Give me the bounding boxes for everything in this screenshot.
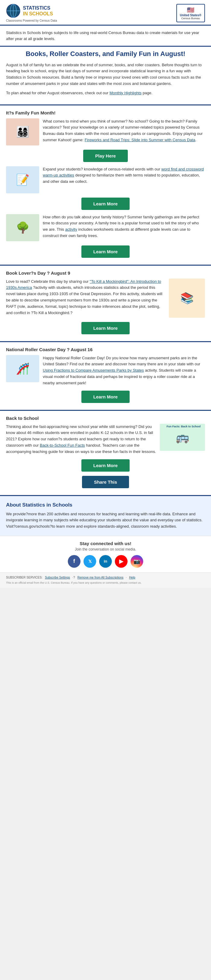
- family-fun-block3: How often do you talk about your family …: [6, 214, 205, 241]
- family-thumbnail: [6, 118, 39, 145]
- family-fun-heading: It?s Family Fun Month!: [6, 110, 205, 115]
- roller-coaster-heading: National Roller Coaster Day ? August 16: [6, 347, 205, 352]
- family-fun-block2: Expand your students? knowledge of censu…: [6, 166, 205, 193]
- book-lovers-heading: Book Lover?s Day ? August 9: [6, 270, 205, 275]
- social-heading: Stay connected with us!: [6, 541, 205, 546]
- intro-section: Statistics in Schools brings subjects to…: [0, 25, 211, 46]
- linkedin-icon[interactable]: in: [99, 555, 112, 568]
- census-logo: 🇺🇸 United States® Census Bureau: [176, 4, 205, 22]
- hero-p2-end: page.: [142, 91, 152, 95]
- family-fun-section: It?s Family Fun Month! What comes to min…: [0, 105, 211, 265]
- logo-title: STATISTICS IN SCHOOLS: [23, 5, 53, 17]
- learn-more-1-wrapper: Learn More: [6, 197, 205, 210]
- hero-p2-text: To plan ahead for other August observanc…: [6, 91, 109, 95]
- intro-text: Statistics in Schools brings subjects to…: [6, 30, 205, 41]
- footer: SUBSCRIBER SERVICES: Subscribe Settings …: [0, 573, 211, 588]
- subscribe-settings-link[interactable]: Subscribe Settings: [45, 576, 70, 579]
- learn-more-2-wrapper: Learn More: [6, 245, 205, 258]
- fractions-link[interactable]: Using Fractions to Compare Amusements Pa…: [43, 368, 144, 372]
- fireworks-link[interactable]: Fireworks and Road Trips: Slide into Sum…: [85, 138, 195, 142]
- learn-more-5-button[interactable]: Learn More: [82, 459, 130, 472]
- family-fun-block1: What comes to mind when you think of sum…: [6, 118, 205, 145]
- about-section: About Statistics in Schools We provide?m…: [0, 496, 211, 536]
- instagram-icon[interactable]: 📷: [131, 555, 143, 568]
- help-link[interactable]: Help: [129, 576, 135, 579]
- hero-p2: To plan ahead for other August observanc…: [6, 90, 205, 96]
- census-bureau-label: Census Bureau: [181, 17, 200, 20]
- back-to-school-text: Thinking about the fast-approaching new …: [6, 424, 156, 455]
- back-to-school-block: Thinking about the fast-approaching new …: [6, 424, 205, 455]
- footer-links: SUBSCRIBER SERVICES: Subscribe Settings …: [6, 576, 205, 579]
- learn-more-4-wrapper: Learn More: [6, 391, 205, 403]
- monthly-highlights-link[interactable]: Monthly Highlights: [109, 91, 141, 95]
- social-subtext: Join the conversation on social media.: [6, 547, 205, 551]
- logo-left: STATISTICS IN SCHOOLS Classrooms Powered…: [6, 3, 57, 22]
- youtube-icon[interactable]: ▶: [115, 555, 128, 568]
- roller-coaster-text: Happy National Roller Coaster Day! Do yo…: [43, 355, 205, 387]
- learn-more-3-wrapper: Learn More: [6, 322, 205, 334]
- learn-more-2-button[interactable]: Learn More: [82, 245, 130, 258]
- family-block3-text: How often do you talk about your family …: [43, 214, 205, 241]
- learn-more-4-button[interactable]: Learn More: [82, 391, 130, 403]
- subscriber-label: SUBSCRIBER SERVICES:: [6, 576, 43, 579]
- hero-title: Books, Roller Coasters, and Family Fun i…: [6, 50, 205, 59]
- census-logo-text: United States®: [180, 14, 201, 17]
- back-to-school-section: Back to School Thinking about the fast-a…: [0, 411, 211, 495]
- logo-subtitle: Classrooms Powered by Census Data: [6, 19, 57, 22]
- back-to-school-link[interactable]: Back-to-School Fun Facts: [40, 443, 85, 447]
- about-text: We provide?more than 200 activities and …: [6, 511, 205, 530]
- facebook-icon[interactable]: f: [68, 555, 80, 568]
- roller-coaster-block: Happy National Roller Coaster Day! Do yo…: [6, 355, 205, 387]
- twitter-icon[interactable]: 𝕏: [83, 555, 96, 568]
- unsubscribe-link[interactable]: Remove me from All Subscriptions: [77, 576, 123, 579]
- learn-more-3-button[interactable]: Learn More: [82, 322, 130, 334]
- roller-coaster-section: National Roller Coaster Day ? August 16 …: [0, 342, 211, 410]
- globe-icon: [6, 3, 21, 18]
- play-here-button[interactable]: Play Here: [83, 150, 128, 162]
- book-lovers-section: Book Lover?s Day ? August 9 Love to read…: [0, 266, 211, 341]
- footer-disclaimer: This is an official email from the U.S. …: [6, 581, 205, 585]
- tree-thumbnail: [6, 214, 39, 241]
- book-thumbnail: [169, 278, 205, 318]
- hero-p1: August is full of family fun as we celeb…: [6, 62, 205, 87]
- activity-link[interactable]: activity: [65, 227, 77, 232]
- share-this-wrapper: Share This: [6, 476, 205, 488]
- back-to-school-heading: Back to School: [6, 415, 205, 421]
- play-here-wrapper: Play Here: [6, 150, 205, 162]
- book-lovers-text: Love to read? Celebrate this day by shar…: [6, 278, 165, 318]
- puzzle-thumbnail: [6, 166, 39, 193]
- header: STATISTICS IN SCHOOLS Classrooms Powered…: [0, 0, 211, 25]
- us-flag-icon: 🇺🇸: [187, 6, 194, 14]
- book-lovers-block: Love to read? Celebrate this day by shar…: [6, 278, 205, 318]
- family-block2-text: Expand your students? knowledge of censu…: [43, 166, 205, 193]
- social-icons-row: f 𝕏 in ▶ 📷: [6, 555, 205, 568]
- coaster-thumbnail: [6, 355, 39, 382]
- learn-more-5-wrapper: Learn More: [6, 459, 205, 472]
- family-block1-text: What comes to mind when you think of sum…: [43, 118, 205, 145]
- social-section: Stay connected with us! Join the convers…: [0, 536, 211, 573]
- learn-more-1-button[interactable]: Learn More: [82, 197, 130, 210]
- hero-section: Books, Roller Coasters, and Family Fun i…: [0, 47, 211, 105]
- school-thumbnail: Fun Facts: Back to School: [160, 424, 205, 451]
- share-this-button[interactable]: Share This: [82, 476, 129, 488]
- about-heading: About Statistics in Schools: [6, 502, 205, 508]
